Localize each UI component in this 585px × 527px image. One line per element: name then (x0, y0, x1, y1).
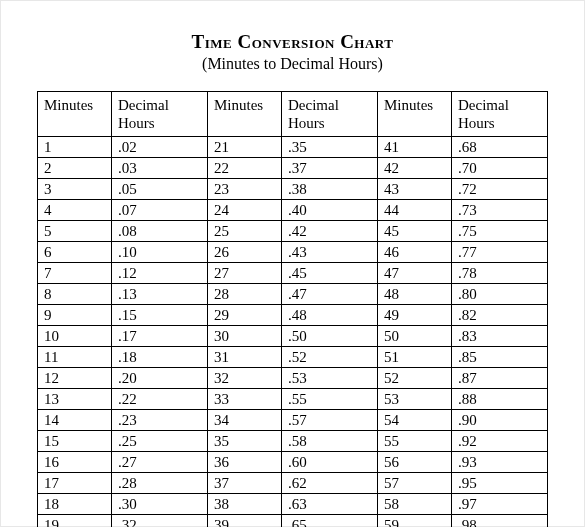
cell-decimal: .17 (112, 326, 208, 347)
table-row: 2.0322.3742.70 (38, 158, 548, 179)
cell-decimal: .08 (112, 221, 208, 242)
table-row: 9.1529.4849.82 (38, 305, 548, 326)
cell-minutes: 30 (207, 326, 281, 347)
cell-minutes: 17 (38, 473, 112, 494)
cell-decimal: .50 (282, 326, 378, 347)
cell-minutes: 16 (38, 452, 112, 473)
table-header-row: Minutes Decimal Hours Minutes Decimal Ho… (38, 92, 548, 137)
cell-decimal: .73 (451, 200, 547, 221)
cell-decimal: .28 (112, 473, 208, 494)
cell-minutes: 34 (207, 410, 281, 431)
cell-minutes: 44 (377, 200, 451, 221)
cell-minutes: 4 (38, 200, 112, 221)
cell-decimal: .93 (451, 452, 547, 473)
cell-minutes: 6 (38, 242, 112, 263)
cell-minutes: 50 (377, 326, 451, 347)
table-row: 18.3038.6358.97 (38, 494, 548, 515)
cell-minutes: 23 (207, 179, 281, 200)
cell-decimal: .92 (451, 431, 547, 452)
cell-minutes: 12 (38, 368, 112, 389)
cell-decimal: .13 (112, 284, 208, 305)
table-row: 10.1730.5050.83 (38, 326, 548, 347)
cell-decimal: .95 (451, 473, 547, 494)
cell-minutes: 57 (377, 473, 451, 494)
cell-minutes: 54 (377, 410, 451, 431)
cell-minutes: 19 (38, 515, 112, 528)
cell-decimal: .42 (282, 221, 378, 242)
cell-minutes: 3 (38, 179, 112, 200)
cell-minutes: 45 (377, 221, 451, 242)
table-row: 15.2535.5855.92 (38, 431, 548, 452)
cell-minutes: 24 (207, 200, 281, 221)
cell-minutes: 28 (207, 284, 281, 305)
cell-decimal: .62 (282, 473, 378, 494)
header-decimal: Decimal Hours (112, 92, 208, 137)
cell-minutes: 58 (377, 494, 451, 515)
cell-decimal: .38 (282, 179, 378, 200)
header-minutes: Minutes (377, 92, 451, 137)
cell-decimal: .60 (282, 452, 378, 473)
page-subtitle: (Minutes to Decimal Hours) (37, 55, 548, 73)
cell-minutes: 26 (207, 242, 281, 263)
cell-decimal: .37 (282, 158, 378, 179)
cell-minutes: 25 (207, 221, 281, 242)
table-row: 4.0724.4044.73 (38, 200, 548, 221)
document-page: Time Conversion Chart (Minutes to Decima… (0, 0, 585, 527)
cell-decimal: .32 (112, 515, 208, 528)
conversion-table: Minutes Decimal Hours Minutes Decimal Ho… (37, 91, 548, 527)
cell-minutes: 52 (377, 368, 451, 389)
cell-decimal: .85 (451, 347, 547, 368)
cell-decimal: .72 (451, 179, 547, 200)
cell-decimal: .22 (112, 389, 208, 410)
cell-decimal: .25 (112, 431, 208, 452)
table-row: 19.3239.6559.98 (38, 515, 548, 528)
cell-decimal: .57 (282, 410, 378, 431)
cell-decimal: .30 (112, 494, 208, 515)
cell-decimal: .40 (282, 200, 378, 221)
cell-decimal: .07 (112, 200, 208, 221)
cell-minutes: 22 (207, 158, 281, 179)
cell-decimal: .87 (451, 368, 547, 389)
cell-minutes: 41 (377, 137, 451, 158)
table-row: 12.2032.5352.87 (38, 368, 548, 389)
cell-minutes: 1 (38, 137, 112, 158)
table-row: 11.1831.5251.85 (38, 347, 548, 368)
cell-decimal: .12 (112, 263, 208, 284)
cell-decimal: .20 (112, 368, 208, 389)
cell-decimal: .55 (282, 389, 378, 410)
cell-minutes: 7 (38, 263, 112, 284)
cell-decimal: .52 (282, 347, 378, 368)
table-row: 6.1026.4346.77 (38, 242, 548, 263)
cell-minutes: 53 (377, 389, 451, 410)
cell-minutes: 43 (377, 179, 451, 200)
cell-decimal: .65 (282, 515, 378, 528)
table-row: 14.2334.5754.90 (38, 410, 548, 431)
header-minutes: Minutes (38, 92, 112, 137)
cell-decimal: .83 (451, 326, 547, 347)
table-row: 7.1227.4547.78 (38, 263, 548, 284)
cell-minutes: 46 (377, 242, 451, 263)
cell-decimal: .48 (282, 305, 378, 326)
cell-minutes: 33 (207, 389, 281, 410)
page-title: Time Conversion Chart (37, 31, 548, 53)
cell-decimal: .45 (282, 263, 378, 284)
cell-minutes: 55 (377, 431, 451, 452)
cell-decimal: .10 (112, 242, 208, 263)
cell-minutes: 39 (207, 515, 281, 528)
cell-minutes: 15 (38, 431, 112, 452)
table-row: 3.0523.3843.72 (38, 179, 548, 200)
table-row: 5.0825.4245.75 (38, 221, 548, 242)
cell-decimal: .77 (451, 242, 547, 263)
cell-minutes: 48 (377, 284, 451, 305)
cell-decimal: .03 (112, 158, 208, 179)
cell-decimal: .15 (112, 305, 208, 326)
cell-decimal: .75 (451, 221, 547, 242)
cell-decimal: .23 (112, 410, 208, 431)
cell-minutes: 21 (207, 137, 281, 158)
cell-minutes: 32 (207, 368, 281, 389)
cell-decimal: .47 (282, 284, 378, 305)
cell-minutes: 56 (377, 452, 451, 473)
table-row: 16.2736.6056.93 (38, 452, 548, 473)
cell-decimal: .82 (451, 305, 547, 326)
cell-decimal: .35 (282, 137, 378, 158)
